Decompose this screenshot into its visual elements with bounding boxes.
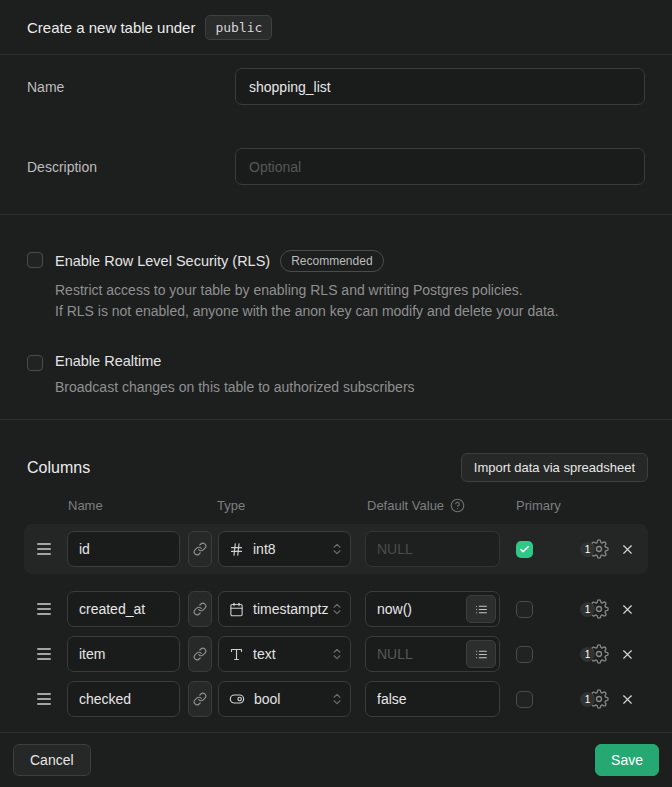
settings-count-badge: 1 — [580, 692, 595, 707]
chevron-updown-icon — [330, 542, 344, 556]
settings-count-badge: 1 — [580, 542, 595, 557]
default-value-input — [365, 531, 500, 567]
rls-label: Enable Row Level Security (RLS) — [55, 253, 270, 269]
header-type: Type — [217, 498, 367, 513]
header-default-value: Default Value — [367, 498, 444, 513]
foreign-key-link-icon[interactable] — [188, 591, 212, 627]
realtime-description: Broadcast changes on this table to autho… — [55, 377, 415, 398]
list-icon[interactable] — [466, 640, 496, 668]
column-type-value: int8 — [253, 541, 276, 557]
recommended-badge: Recommended — [280, 250, 383, 272]
column-type-select[interactable]: text — [218, 636, 351, 672]
close-icon[interactable] — [620, 542, 635, 557]
toggle-icon — [229, 691, 245, 707]
close-icon[interactable] — [620, 692, 635, 707]
rls-checkbox[interactable] — [27, 252, 43, 268]
list-icon[interactable] — [466, 595, 496, 623]
drag-handle-icon[interactable] — [37, 648, 51, 660]
default-value-wrap — [365, 531, 500, 567]
default-value-wrap — [365, 681, 500, 717]
column-row-item: text 1 — [24, 636, 648, 672]
rls-option: Enable Row Level Security (RLS) Recommen… — [27, 250, 645, 322]
close-icon[interactable] — [620, 647, 635, 662]
columns-section: Columns Import data via spreadsheet Name… — [0, 420, 672, 733]
realtime-label: Enable Realtime — [55, 353, 161, 369]
rls-description-line1: Restrict access to your table by enablin… — [55, 280, 559, 301]
column-row-checked: bool 1 — [24, 681, 648, 717]
check-icon — [519, 544, 530, 555]
text-icon — [229, 647, 244, 662]
realtime-checkbox[interactable] — [27, 355, 43, 371]
primary-checkbox[interactable] — [516, 601, 533, 618]
name-field-row: Name — [24, 68, 648, 105]
rls-description-line2: If RLS is not enabled, anyone with the a… — [55, 301, 559, 322]
column-name-input[interactable] — [67, 591, 180, 627]
description-field-row: Description — [24, 148, 648, 185]
schema-badge: public — [205, 15, 272, 40]
name-label: Name — [24, 79, 235, 95]
table-name-input[interactable] — [235, 68, 645, 105]
column-settings: 1 — [580, 689, 609, 709]
calendar-icon — [229, 602, 244, 617]
column-type-value: timestamptz — [253, 601, 328, 617]
default-value-wrap — [365, 591, 500, 627]
modal-header: Create a new table under public — [0, 0, 672, 55]
column-settings: 1 — [580, 599, 609, 619]
options-section: Enable Row Level Security (RLS) Recommen… — [0, 215, 672, 420]
column-name-input[interactable] — [67, 681, 180, 717]
settings-count-badge: 1 — [580, 602, 595, 617]
modal-title: Create a new table under — [27, 19, 195, 36]
chevron-updown-icon — [330, 602, 344, 616]
column-type-value: bool — [254, 691, 280, 707]
drag-handle-icon[interactable] — [37, 543, 51, 555]
column-name-input[interactable] — [67, 531, 180, 567]
create-table-modal: Create a new table under public Name Des… — [0, 0, 672, 787]
column-settings: 1 — [580, 539, 609, 559]
realtime-option-body: Enable Realtime Broadcast changes on thi… — [55, 353, 415, 398]
header-primary: Primary — [516, 498, 561, 513]
column-type-select[interactable]: bool — [218, 681, 351, 717]
save-button[interactable]: Save — [595, 744, 659, 776]
drag-handle-icon[interactable] — [37, 603, 51, 615]
default-value-input[interactable] — [365, 681, 500, 717]
header-name: Name — [68, 498, 217, 513]
column-type-value: text — [253, 646, 276, 662]
chevron-updown-icon — [330, 647, 344, 661]
description-label: Description — [24, 159, 235, 175]
rls-option-body: Enable Row Level Security (RLS) Recommen… — [55, 250, 559, 322]
column-settings: 1 — [580, 644, 609, 664]
help-icon[interactable] — [450, 498, 465, 513]
drag-handle-icon[interactable] — [37, 693, 51, 705]
import-spreadsheet-button[interactable]: Import data via spreadsheet — [461, 453, 648, 482]
column-name-input[interactable] — [67, 636, 180, 672]
primary-checkbox[interactable] — [516, 691, 533, 708]
foreign-key-link-icon[interactable] — [188, 531, 212, 567]
close-icon[interactable] — [620, 602, 635, 617]
cancel-button[interactable]: Cancel — [13, 744, 91, 776]
hash-icon — [229, 542, 244, 557]
primary-checkbox[interactable] — [516, 646, 533, 663]
column-type-select[interactable]: int8 — [218, 531, 351, 567]
foreign-key-link-icon[interactable] — [188, 636, 212, 672]
columns-header-row: Name Type Default Value Primary — [24, 498, 648, 513]
primary-checkbox[interactable] — [516, 541, 533, 558]
column-type-select[interactable]: timestamptz — [218, 591, 351, 627]
realtime-option: Enable Realtime Broadcast changes on thi… — [27, 353, 645, 398]
foreign-key-link-icon[interactable] — [188, 681, 212, 717]
chevron-updown-icon — [330, 692, 344, 706]
columns-title: Columns — [27, 459, 90, 477]
fields-section: Name Description — [0, 55, 672, 215]
default-value-wrap — [365, 636, 500, 672]
rls-description: Restrict access to your table by enablin… — [55, 280, 559, 322]
column-row-created-at: timestamptz 1 — [24, 591, 648, 627]
column-row-id: int8 1 — [24, 524, 648, 574]
modal-footer: Cancel Save — [0, 733, 672, 787]
settings-count-badge: 1 — [580, 647, 595, 662]
table-description-input[interactable] — [235, 148, 645, 185]
